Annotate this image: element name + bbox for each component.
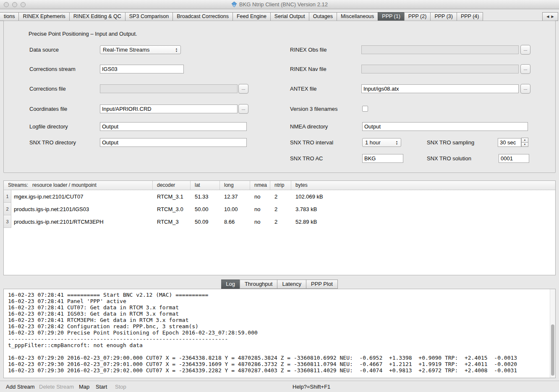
snx-tro-solution-label: SNX TRO solution	[427, 154, 471, 163]
corrections-stream-input[interactable]	[100, 65, 184, 73]
col-header-nmea[interactable]: nmea	[250, 181, 270, 190]
tab-miscellaneous[interactable]: Miscellaneous	[337, 12, 378, 21]
delete-stream-button: Delete Stream	[39, 384, 74, 390]
statusbar: Add Stream Delete Stream Map Start Stop …	[0, 381, 559, 392]
corrections-file-label: Corrections file	[29, 84, 66, 93]
cell-mountpoint: products.igs-ip.net:2101/IGS03	[11, 203, 153, 215]
spin-down-icon[interactable]: ▼	[521, 142, 528, 147]
tab-latency[interactable]: Latency	[277, 280, 306, 289]
col-header-decoder[interactable]: decoder	[153, 181, 191, 190]
log-text: 16-02-23 07:28:41 ========== Start BNC v…	[4, 289, 555, 376]
data-source-label: Data source	[29, 45, 59, 54]
window-title: BKG Ntrip Client (BNC) Version 2.12	[239, 1, 328, 8]
tab-throughput[interactable]: Throughput	[240, 280, 278, 289]
snx-tro-directory-label: SNX TRO directory	[29, 138, 76, 147]
tab-rinex-editing-qc[interactable]: RINEX Editing & QC	[69, 12, 125, 21]
combo-arrows-icon: ▲▼	[394, 139, 400, 146]
col-header-bytes[interactable]: bytes	[291, 181, 555, 190]
tab-rinex-ephemeris[interactable]: RINEX Ephemeris	[18, 12, 69, 21]
col-header-mountpoint[interactable]: Streams: resource loader / mountpoint	[4, 181, 153, 190]
tab-scroll-right-icon[interactable]: ▶	[551, 15, 554, 18]
corrections-file-browse-button[interactable]: ...	[238, 84, 248, 94]
col-header-lat[interactable]: lat	[191, 181, 220, 190]
log-scrollbar-thumb[interactable]	[551, 324, 554, 376]
nmea-directory-input[interactable]	[362, 122, 528, 131]
snx-tro-sampling-input[interactable]	[498, 138, 521, 147]
tab-ppp-4[interactable]: PPP (4)	[457, 12, 483, 21]
col-header-long[interactable]: long	[220, 181, 250, 190]
cell-bytes: 52.89 kB	[291, 215, 555, 228]
data-source-select[interactable]: Real-Time Streams ▲▼	[100, 45, 181, 54]
tab-scroll-left-icon[interactable]: ◀	[546, 15, 549, 18]
cell-lat: 51.33	[191, 190, 220, 203]
app-icon	[231, 2, 237, 8]
cell-lat: 50.09	[191, 215, 220, 228]
add-stream-button[interactable]: Add Stream	[6, 384, 35, 390]
version3-filenames-label: Version 3 filenames	[290, 105, 337, 113]
tab-ppp-1[interactable]: PPP (1)	[378, 12, 405, 21]
snx-tro-interval-label: SNX TRO interval	[290, 138, 333, 147]
start-button[interactable]: Start	[96, 384, 107, 390]
rinex-obs-file-label: RINEX Obs file	[290, 45, 327, 54]
coordinates-file-input[interactable]	[100, 105, 238, 113]
titlebar: BKG Ntrip Client (BNC) Version 2.12	[0, 0, 559, 9]
rinex-obs-file-input	[361, 45, 519, 54]
table-row[interactable]: 3 products.igs-ip.net:2101/RTCM3EPH RTCM…	[4, 215, 555, 228]
snx-tro-interval-value: 1 hour	[365, 139, 381, 146]
tab-scroller: ◀ ▶	[542, 12, 558, 21]
tab-serial-output[interactable]: Serial Output	[270, 12, 309, 21]
map-button[interactable]: Map	[79, 384, 89, 390]
cell-long: 12.37	[220, 190, 250, 203]
logfile-directory-input[interactable]	[100, 122, 247, 131]
version3-filenames-checkbox[interactable]	[362, 106, 368, 112]
snx-tro-sampling-spinner: ▲ ▼	[521, 138, 528, 147]
rinex-obs-file-browse-button[interactable]: ...	[520, 45, 530, 55]
rinex-nav-file-label: RINEX Nav file	[290, 65, 327, 73]
row-number[interactable]: 1	[4, 190, 11, 203]
ppp1-form-pane: Precise Point Positioning – Input and Ou…	[3, 21, 556, 173]
cell-long: 10.00	[220, 203, 250, 215]
tab-ppp-2[interactable]: PPP (2)	[404, 12, 431, 21]
rinex-nav-file-input	[361, 65, 519, 73]
minimize-button[interactable]	[12, 2, 17, 7]
antex-file-browse-button[interactable]: ...	[520, 84, 530, 94]
cell-ntrip: 2	[270, 203, 291, 215]
corrections-file-input	[100, 84, 238, 93]
close-button[interactable]	[4, 2, 9, 7]
log-tabbar: Log Throughput Latency PPP Plot	[0, 280, 559, 289]
snx-tro-ac-input[interactable]	[362, 154, 403, 163]
logfile-directory-label: Logfile directory	[29, 122, 68, 131]
antex-file-input[interactable]	[361, 84, 519, 93]
cell-long: 8.66	[220, 215, 250, 228]
tab-outages[interactable]: Outages	[309, 12, 337, 21]
zoom-button[interactable]	[21, 2, 26, 7]
tab-log[interactable]: Log	[221, 280, 240, 289]
snx-tro-solution-input[interactable]	[499, 154, 529, 163]
row-number[interactable]: 3	[4, 215, 11, 228]
nmea-directory-label: NMEA directory	[290, 122, 328, 131]
data-source-value: Real-Time Streams	[103, 47, 149, 53]
tab-ppp-3[interactable]: PPP (3)	[430, 12, 457, 21]
tab-feed-engine[interactable]: Feed Engine	[232, 12, 271, 21]
row-number[interactable]: 2	[4, 203, 11, 215]
tab-sp3-comparison[interactable]: SP3 Comparison	[125, 12, 173, 21]
cell-ntrip: 2	[270, 215, 291, 228]
snx-tro-interval-select[interactable]: 1 hour ▲▼	[362, 138, 401, 147]
tab-options-partial[interactable]: tions	[0, 12, 19, 21]
coordinates-file-label: Coordinates file	[29, 105, 67, 113]
tab-ppp-plot[interactable]: PPP Plot	[306, 280, 338, 289]
top-tabbar: tions RINEX Ephemeris RINEX Editing & QC…	[0, 12, 541, 21]
cell-nmea: no	[250, 215, 270, 228]
table-row[interactable]: 2 products.igs-ip.net:2101/IGS03 RTCM_3.…	[4, 203, 555, 215]
cell-ntrip: 2	[270, 190, 291, 203]
col-header-ntrip[interactable]: ntrip	[270, 181, 291, 190]
cell-bytes: 3.783 kB	[291, 203, 555, 215]
cell-mountpoint: mgex.igs-ip.net:2101/CUT07	[11, 190, 153, 203]
coordinates-file-browse-button[interactable]: ...	[238, 104, 248, 114]
rinex-nav-file-browse-button[interactable]: ...	[520, 64, 530, 74]
help-hint: Help?=Shift+F1	[293, 384, 330, 390]
snx-tro-sampling-label: SNX TRO sampling	[427, 138, 474, 147]
snx-tro-directory-input[interactable]	[100, 138, 247, 147]
table-row[interactable]: 1 mgex.igs-ip.net:2101/CUT07 RTCM_3.1 51…	[4, 190, 555, 203]
tab-broadcast-corrections[interactable]: Broadcast Corrections	[172, 12, 233, 21]
